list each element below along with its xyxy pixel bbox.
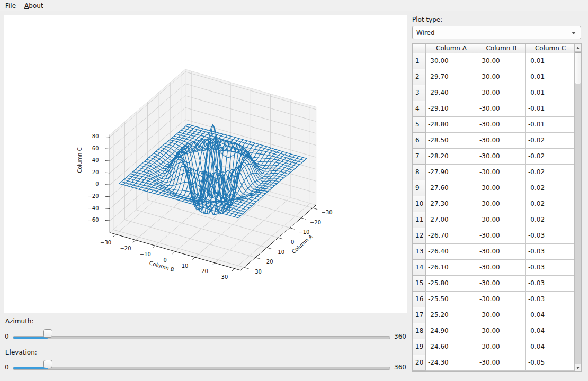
row-index-cell[interactable]: 4 [413, 101, 426, 117]
cell-column-c[interactable]: -0.02 [526, 180, 575, 196]
cell-column-b[interactable]: -30.00 [477, 180, 526, 196]
elevation-slider-track[interactable] [13, 367, 390, 370]
row-index-cell[interactable]: 5 [413, 117, 426, 133]
cell-column-b[interactable]: -30.00 [477, 69, 526, 85]
row-index-cell[interactable]: 13 [413, 244, 426, 260]
row-index-cell[interactable]: 16 [413, 292, 426, 307]
table-row: 13-26.40-30.00-0.03 [413, 244, 575, 260]
azimuth-slider-track[interactable] [13, 336, 390, 339]
cell-column-c[interactable]: -0.05 [526, 355, 575, 371]
cell-column-b[interactable]: -30.00 [477, 149, 526, 165]
menu-file[interactable]: File [1, 1, 20, 11]
cell-column-a[interactable]: -27.90 [426, 165, 477, 180]
menu-about[interactable]: About [20, 1, 48, 11]
elevation-slider-thumb[interactable] [43, 360, 52, 368]
row-index-cell[interactable]: 2 [413, 69, 426, 85]
cell-column-c[interactable]: -0.01 [526, 69, 575, 85]
table-scrollbar[interactable] [574, 44, 581, 371]
cell-column-a[interactable]: -30.00 [426, 53, 477, 69]
cell-column-a[interactable]: -25.80 [426, 276, 477, 292]
row-index-cell[interactable]: 18 [413, 323, 426, 339]
cell-column-b[interactable]: -30.00 [477, 355, 526, 371]
cell-column-b[interactable]: -30.00 [477, 276, 526, 292]
cell-column-a[interactable]: -28.50 [426, 133, 477, 149]
cell-column-c[interactable]: -0.03 [526, 260, 575, 276]
cell-column-b[interactable]: -30.00 [477, 117, 526, 133]
cell-column-a[interactable]: -29.70 [426, 69, 477, 85]
cell-column-b[interactable]: -30.00 [477, 85, 526, 101]
cell-column-c[interactable]: -0.01 [526, 53, 575, 69]
cell-column-c[interactable]: -0.03 [526, 292, 575, 307]
row-index-cell[interactable]: 17 [413, 307, 426, 323]
header-column-a[interactable]: Column A [426, 44, 477, 53]
cell-column-a[interactable]: -29.40 [426, 85, 477, 101]
cell-column-a[interactable]: -29.10 [426, 101, 477, 117]
cell-column-c[interactable]: -0.03 [526, 276, 575, 292]
cell-column-a[interactable]: -24.30 [426, 355, 477, 371]
cell-column-c[interactable]: -0.03 [526, 228, 575, 244]
cell-column-a[interactable]: -26.40 [426, 244, 477, 260]
cell-column-c[interactable]: -0.02 [526, 149, 575, 165]
row-index-cell[interactable]: 8 [413, 165, 426, 180]
cell-column-c[interactable]: -0.04 [526, 339, 575, 355]
cell-column-b[interactable]: -30.00 [477, 212, 526, 228]
scroll-up-button[interactable] [575, 44, 581, 52]
cell-column-c[interactable]: -0.01 [526, 85, 575, 101]
cell-column-b[interactable]: -30.00 [477, 307, 526, 323]
cell-column-b[interactable]: -30.00 [477, 292, 526, 307]
row-index-cell[interactable]: 11 [413, 212, 426, 228]
row-index-cell[interactable]: 15 [413, 276, 426, 292]
row-index-cell[interactable]: 20 [413, 355, 426, 371]
cell-column-a[interactable]: -26.70 [426, 228, 477, 244]
header-column-c[interactable]: Column C [526, 44, 575, 53]
row-index-cell[interactable]: 12 [413, 228, 426, 244]
cell-column-b[interactable]: -30.00 [477, 53, 526, 69]
svg-text:10: 10 [182, 263, 189, 269]
cell-column-a[interactable]: -25.50 [426, 292, 477, 307]
row-index-cell[interactable]: 10 [413, 196, 426, 212]
scrollbar-thumb[interactable] [575, 52, 581, 84]
row-index-cell[interactable]: 19 [413, 339, 426, 355]
cell-column-a[interactable]: -28.80 [426, 117, 477, 133]
cell-column-c[interactable]: -0.04 [526, 323, 575, 339]
plot-type-combobox[interactable]: Wired [412, 26, 581, 39]
cell-column-b[interactable]: -30.00 [477, 133, 526, 149]
cell-column-a[interactable]: -24.90 [426, 323, 477, 339]
cell-column-b[interactable]: -30.00 [477, 228, 526, 244]
row-index-cell[interactable]: 1 [413, 53, 426, 69]
elevation-slider[interactable]: 0 360 [0, 363, 407, 374]
cell-column-c[interactable]: -0.03 [526, 244, 575, 260]
cell-column-b[interactable]: -30.00 [477, 260, 526, 276]
header-corner-cell[interactable] [413, 44, 426, 53]
cell-column-c[interactable]: -0.02 [526, 165, 575, 180]
cell-column-a[interactable]: -27.00 [426, 212, 477, 228]
cell-column-a[interactable]: -24.60 [426, 339, 477, 355]
cell-column-b[interactable]: -30.00 [477, 101, 526, 117]
cell-column-c[interactable]: -0.04 [526, 307, 575, 323]
header-column-b[interactable]: Column B [477, 44, 526, 53]
cell-column-c[interactable]: -0.02 [526, 133, 575, 149]
row-index-cell[interactable]: 3 [413, 85, 426, 101]
cell-column-c[interactable]: -0.01 [526, 101, 575, 117]
arrow-down-icon [576, 367, 580, 369]
cell-column-a[interactable]: -25.20 [426, 307, 477, 323]
cell-column-b[interactable]: -30.00 [477, 339, 526, 355]
cell-column-b[interactable]: -30.00 [477, 244, 526, 260]
cell-column-a[interactable]: -27.30 [426, 196, 477, 212]
row-index-cell[interactable]: 14 [413, 260, 426, 276]
azimuth-slider-thumb[interactable] [43, 329, 52, 338]
cell-column-b[interactable]: -30.00 [477, 165, 526, 180]
cell-column-a[interactable]: -26.10 [426, 260, 477, 276]
row-index-cell[interactable]: 7 [413, 149, 426, 165]
cell-column-b[interactable]: -30.00 [477, 196, 526, 212]
cell-column-c[interactable]: -0.02 [526, 212, 575, 228]
cell-column-c[interactable]: -0.01 [526, 117, 575, 133]
row-index-cell[interactable]: 9 [413, 180, 426, 196]
cell-column-c[interactable]: -0.02 [526, 196, 575, 212]
cell-column-a[interactable]: -28.20 [426, 149, 477, 165]
scroll-down-button[interactable] [575, 364, 581, 371]
row-index-cell[interactable]: 6 [413, 133, 426, 149]
cell-column-a[interactable]: -27.60 [426, 180, 477, 196]
cell-column-b[interactable]: -30.00 [477, 323, 526, 339]
azimuth-slider[interactable]: 0 360 [0, 332, 407, 343]
